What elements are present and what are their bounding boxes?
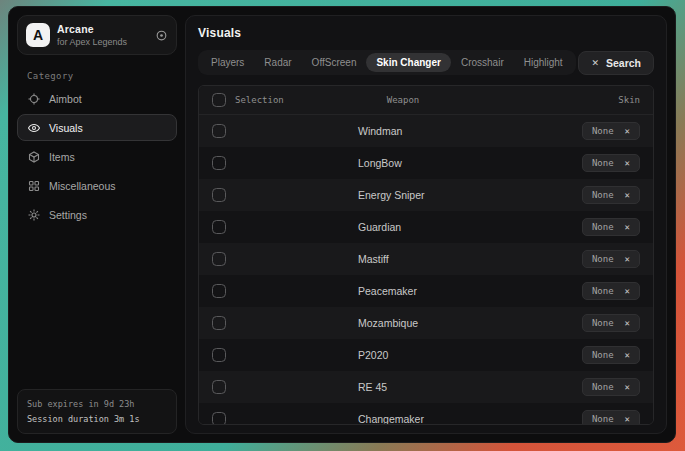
skin-chip[interactable]: None✕ xyxy=(582,314,640,332)
search-button-label: Search xyxy=(606,57,641,69)
sidebar-item-visuals[interactable]: Visuals xyxy=(17,114,177,141)
skin-chip[interactable]: None✕ xyxy=(582,346,640,364)
remove-skin-icon[interactable]: ✕ xyxy=(625,414,630,424)
table-row: LongBow None✕ xyxy=(199,147,653,179)
row-checkbox[interactable] xyxy=(212,156,226,170)
sidebar-item-label: Settings xyxy=(49,209,87,221)
remove-skin-icon[interactable]: ✕ xyxy=(625,382,630,392)
row-checkbox[interactable] xyxy=(212,316,226,330)
header-skin: Skin xyxy=(618,95,640,105)
weapon-name: Mastiff xyxy=(358,253,582,265)
app-logo: A xyxy=(26,23,50,47)
skin-value: None xyxy=(592,126,614,136)
skin-value: None xyxy=(592,414,614,424)
skin-chip[interactable]: None✕ xyxy=(582,122,640,140)
skin-value: None xyxy=(592,350,614,360)
skin-value: None xyxy=(592,254,614,264)
app-subtitle: for Apex Legends xyxy=(57,37,148,47)
app-window: A Arcane for Apex Legends Category Aimbo… xyxy=(8,6,676,443)
skin-chip[interactable]: None✕ xyxy=(582,378,640,396)
skin-value: None xyxy=(592,190,614,200)
skin-chip[interactable]: None✕ xyxy=(582,250,640,268)
row-checkbox[interactable] xyxy=(212,188,226,202)
search-button[interactable]: ✕ Search xyxy=(578,51,654,75)
sidebar-item-label: Aimbot xyxy=(49,93,82,105)
sidebar-nav: Aimbot Visuals Items xyxy=(17,85,177,228)
table-row: Changemaker None✕ xyxy=(199,403,653,425)
skin-chip[interactable]: None✕ xyxy=(582,154,640,172)
sidebar-item-label: Items xyxy=(49,151,75,163)
weapon-name: Mozambique xyxy=(358,317,582,329)
table-row: P2020 None✕ xyxy=(199,339,653,371)
table-row: Mastiff None✕ xyxy=(199,243,653,275)
weapon-name: RE 45 xyxy=(358,381,582,393)
skin-value: None xyxy=(592,286,614,296)
skin-table: Selection Weapon Skin Windman None✕ Long… xyxy=(198,85,654,425)
table-row: Guardian None✕ xyxy=(199,211,653,243)
session-info-card: Sub expires in 9d 23h Session duration 3… xyxy=(17,389,177,434)
sub-expiry-text: Sub expires in 9d 23h xyxy=(27,397,167,411)
remove-skin-icon[interactable]: ✕ xyxy=(625,190,630,200)
header-weapon: Weapon xyxy=(387,95,619,105)
remove-skin-icon[interactable]: ✕ xyxy=(625,254,630,264)
remove-skin-icon[interactable]: ✕ xyxy=(625,126,630,136)
tab-skin-changer[interactable]: Skin Changer xyxy=(366,53,450,72)
skin-value: None xyxy=(592,382,614,392)
sidebar-item-label: Visuals xyxy=(49,122,83,134)
row-checkbox[interactable] xyxy=(212,348,226,362)
tab-radar[interactable]: Radar xyxy=(254,53,301,72)
tab-bar: Players Radar OffScreen Skin Changer Cro… xyxy=(198,50,576,75)
app-title: Arcane xyxy=(57,23,148,35)
remove-skin-icon[interactable]: ✕ xyxy=(625,222,630,232)
eye-icon xyxy=(28,122,40,134)
sidebar-item-miscellaneous[interactable]: Miscellaneous xyxy=(17,172,177,199)
target-icon[interactable] xyxy=(155,29,168,42)
remove-skin-icon[interactable]: ✕ xyxy=(625,158,630,168)
category-label: Category xyxy=(27,71,177,81)
header-selection: Selection xyxy=(235,95,284,105)
tab-crosshair[interactable]: Crosshair xyxy=(451,53,514,72)
row-checkbox[interactable] xyxy=(212,380,226,394)
row-checkbox[interactable] xyxy=(212,220,226,234)
weapon-name: Peacemaker xyxy=(358,285,582,297)
sidebar-item-aimbot[interactable]: Aimbot xyxy=(17,85,177,112)
skin-chip[interactable]: None✕ xyxy=(582,282,640,300)
crosshair-icon xyxy=(28,93,40,105)
skin-chip[interactable]: None✕ xyxy=(582,218,640,236)
table-row: Mozambique None✕ xyxy=(199,307,653,339)
row-checkbox[interactable] xyxy=(212,412,226,425)
session-duration-text: Session duration 3m 1s xyxy=(27,412,167,426)
grid-icon xyxy=(28,180,40,192)
weapon-name: Guardian xyxy=(358,221,582,233)
gear-icon xyxy=(28,209,40,221)
skin-value: None xyxy=(592,222,614,232)
skin-value: None xyxy=(592,158,614,168)
sidebar-item-label: Miscellaneous xyxy=(49,180,116,192)
row-checkbox[interactable] xyxy=(212,124,226,138)
table-row: RE 45 None✕ xyxy=(199,371,653,403)
skin-chip[interactable]: None✕ xyxy=(582,410,640,425)
sidebar-item-settings[interactable]: Settings xyxy=(17,201,177,228)
sidebar-item-items[interactable]: Items xyxy=(17,143,177,170)
skin-chip[interactable]: None✕ xyxy=(582,186,640,204)
select-all-checkbox[interactable] xyxy=(212,93,226,107)
weapon-name: Windman xyxy=(358,125,582,137)
weapon-name: LongBow xyxy=(358,157,582,169)
table-header-row: Selection Weapon Skin xyxy=(199,86,653,115)
table-row: Windman None✕ xyxy=(199,115,653,147)
tab-offscreen[interactable]: OffScreen xyxy=(302,53,367,72)
profile-card: A Arcane for Apex Legends xyxy=(17,15,177,55)
search-icon: ✕ xyxy=(591,58,599,68)
remove-skin-icon[interactable]: ✕ xyxy=(625,350,630,360)
tab-players[interactable]: Players xyxy=(201,53,254,72)
table-row: Peacemaker None✕ xyxy=(199,275,653,307)
tab-highlight[interactable]: Highlight xyxy=(514,53,573,72)
page-title: Visuals xyxy=(198,26,654,40)
toolbar: Players Radar OffScreen Skin Changer Cro… xyxy=(198,50,654,75)
weapon-name: Changemaker xyxy=(358,413,582,425)
table-row: Energy Sniper None✕ xyxy=(199,179,653,211)
row-checkbox[interactable] xyxy=(212,252,226,266)
row-checkbox[interactable] xyxy=(212,284,226,298)
remove-skin-icon[interactable]: ✕ xyxy=(625,286,630,296)
remove-skin-icon[interactable]: ✕ xyxy=(625,318,630,328)
